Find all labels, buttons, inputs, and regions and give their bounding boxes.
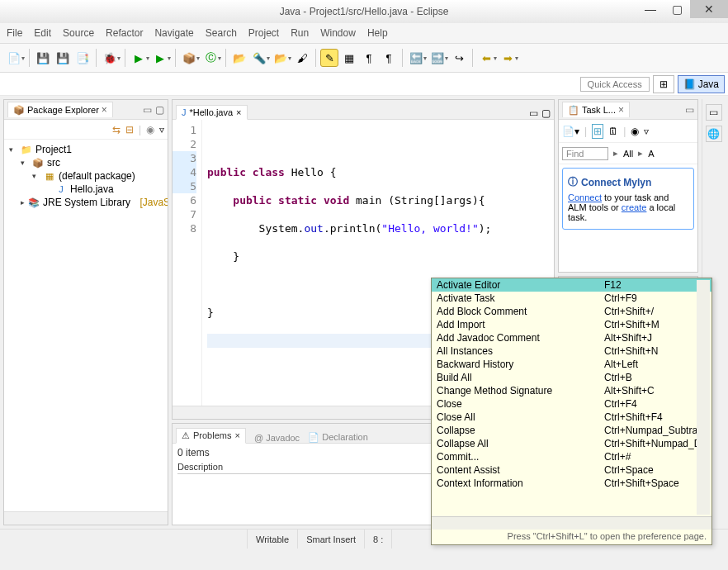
back-icon[interactable]: ⬅: [477, 49, 495, 67]
tree-hello-java[interactable]: Hello.java: [70, 183, 114, 195]
new-package-icon[interactable]: 📦: [180, 49, 198, 67]
keybinding-row[interactable]: Add Block CommentCtrl+Shift+/: [432, 305, 711, 318]
show-whitespace-icon[interactable]: ¶: [360, 49, 378, 67]
keybinding-row[interactable]: CloseCtrl+F4: [432, 397, 711, 411]
keybinding-row[interactable]: Build AllCtrl+B: [432, 371, 711, 384]
keybinding-row[interactable]: Backward HistoryAlt+Left: [432, 358, 711, 371]
new-class-icon[interactable]: Ⓒ: [201, 49, 220, 67]
open-perspective-icon[interactable]: ⊞: [653, 75, 674, 93]
run-icon[interactable]: ▶: [130, 49, 148, 67]
filter-all[interactable]: All: [623, 149, 633, 159]
filter-a[interactable]: A: [648, 149, 654, 159]
task-list-tab[interactable]: 📋Task L...×: [562, 102, 630, 117]
package-explorer-tab[interactable]: 📦 Package Explorer ×: [7, 102, 113, 117]
quick-access-input[interactable]: Quick Access: [580, 77, 650, 92]
create-link[interactable]: create: [622, 202, 647, 212]
view-menu-icon[interactable]: ▿: [644, 126, 649, 137]
menu-search[interactable]: Search: [206, 27, 237, 39]
search-icon[interactable]: 🔦: [250, 49, 268, 67]
keybinding-row[interactable]: Add Javadoc CommentAlt+Shift+J: [432, 331, 711, 344]
menu-navigate[interactable]: Navigate: [154, 27, 193, 39]
editor-tab-hello[interactable]: J *Hello.java ×: [176, 105, 248, 120]
keybinding-row[interactable]: Content AssistCtrl+Space: [432, 463, 711, 477]
close-icon[interactable]: ×: [236, 107, 241, 117]
minimize-view-icon[interactable]: ▭: [529, 107, 538, 119]
menu-refactor[interactable]: Refactor: [106, 27, 143, 39]
print-icon[interactable]: 📑: [73, 49, 92, 67]
menu-window[interactable]: Window: [320, 27, 356, 39]
window-title: Java - Project1/src/Hello.java - Eclipse: [280, 6, 449, 17]
collapse-all-icon[interactable]: ⇆: [112, 124, 121, 135]
package-explorer-view: 📦 Package Explorer × ▭ ▢ ⇆ ⊟ | ◉ ▿ ▾📁Pro…: [3, 99, 168, 525]
javadoc-tab[interactable]: @ Javadoc: [254, 433, 300, 443]
link-editor-icon[interactable]: ⊟: [125, 124, 134, 135]
save-icon[interactable]: 💾: [34, 49, 52, 67]
menu-run[interactable]: Run: [291, 27, 309, 39]
view-menu-icon[interactable]: ▿: [159, 124, 164, 135]
keybinding-row[interactable]: Add ImportCtrl+Shift+M: [432, 318, 711, 331]
minimize-view-icon[interactable]: ▭: [685, 104, 694, 116]
keybinding-row[interactable]: CollapseCtrl+Numpad_Subtrac: [432, 424, 711, 437]
horizontal-scrollbar[interactable]: [4, 511, 168, 525]
problems-tab[interactable]: ⚠Problems×: [176, 428, 246, 444]
close-icon[interactable]: ×: [234, 430, 239, 441]
problems-icon: ⚠: [182, 430, 190, 441]
menu-file[interactable]: File: [7, 27, 22, 39]
annotation-prev-icon[interactable]: 🔙: [407, 49, 425, 67]
block-select-icon[interactable]: ▦: [340, 49, 358, 67]
keybinding-row[interactable]: Change Method SignatureAlt+Shift+C: [432, 384, 711, 397]
keybinding-row[interactable]: Commit...Ctrl+#: [432, 450, 711, 463]
close-button[interactable]: ✕: [690, 0, 728, 18]
tree-default-package[interactable]: (default package): [59, 170, 135, 182]
categorize-icon[interactable]: ⊞: [592, 124, 603, 139]
close-icon[interactable]: ×: [618, 104, 624, 116]
keybinding-row[interactable]: Close AllCtrl+Shift+F4: [432, 411, 711, 424]
menu-project[interactable]: Project: [248, 27, 279, 39]
keybinding-row[interactable]: Collapse AllCtrl+Shift+Numpad_D: [432, 437, 711, 450]
window-controls: — ▢ ✕: [637, 0, 728, 18]
keybinding-row[interactable]: Activate EditorF12: [432, 278, 711, 292]
close-icon[interactable]: ×: [102, 104, 107, 116]
keybinding-row[interactable]: All InstancesCtrl+Shift+N: [432, 344, 711, 358]
keybinding-row[interactable]: Activate TaskCtrl+F9: [432, 292, 711, 305]
minimize-view-icon[interactable]: ▭: [143, 104, 152, 116]
maximize-view-icon[interactable]: ▢: [541, 107, 551, 119]
run-last-icon[interactable]: ▶: [151, 49, 169, 67]
minimize-button[interactable]: —: [637, 0, 664, 18]
save-all-icon[interactable]: 💾: [54, 49, 72, 67]
tree-project[interactable]: Project1: [35, 144, 72, 155]
debug-icon[interactable]: 🐞: [101, 49, 119, 67]
menu-help[interactable]: Help: [367, 27, 388, 39]
declaration-tab[interactable]: 📄 Declaration: [308, 432, 368, 443]
java-perspective-button[interactable]: 📘 Java: [678, 75, 725, 93]
focus-task-icon[interactable]: ◉: [146, 124, 154, 135]
last-edit-icon[interactable]: ↪: [450, 49, 468, 67]
filter-icon[interactable]: 🖌: [293, 49, 311, 67]
vertical-scrollbar[interactable]: [697, 280, 710, 515]
new-icon[interactable]: 📄: [5, 49, 23, 67]
maximize-view-icon[interactable]: ▢: [155, 104, 164, 116]
tree-src[interactable]: src: [47, 157, 60, 169]
new-task-icon[interactable]: 📄▾: [562, 126, 579, 137]
keybindings-list[interactable]: Activate EditorF12Activate TaskCtrl+F9Ad…: [432, 278, 711, 516]
focus-icon[interactable]: ◉: [631, 126, 639, 137]
forward-icon[interactable]: ➡: [499, 49, 517, 67]
connect-link[interactable]: Connect: [568, 192, 602, 202]
find-input[interactable]: Find: [562, 147, 608, 160]
open-type-icon[interactable]: 📂: [230, 49, 248, 67]
annotation-next-icon[interactable]: 🔜: [428, 49, 447, 67]
restore-icon[interactable]: ▭: [706, 104, 722, 121]
word-wrap-icon[interactable]: ¶: [380, 49, 398, 67]
schedule-icon[interactable]: 🗓: [608, 126, 618, 137]
horizontal-scrollbar[interactable]: [432, 516, 711, 530]
package-tree[interactable]: ▾📁Project1 ▾📦src ▾▦(default package) JHe…: [4, 140, 168, 511]
toggle-mark-icon[interactable]: ✎: [320, 49, 338, 67]
maximize-button[interactable]: ▢: [664, 0, 690, 18]
keybinding-row[interactable]: Context InformationCtrl+Shift+Space: [432, 477, 711, 490]
menu-source[interactable]: Source: [63, 27, 94, 39]
connect-mylyn-banner: ⓘConnect Mylyn Connect to your task and …: [562, 168, 694, 230]
menu-edit[interactable]: Edit: [34, 27, 51, 39]
tree-jre[interactable]: JRE System Library: [43, 197, 130, 208]
open-task-icon[interactable]: 📂: [272, 49, 290, 67]
outline-trim-icon[interactable]: 🌐: [706, 126, 722, 142]
